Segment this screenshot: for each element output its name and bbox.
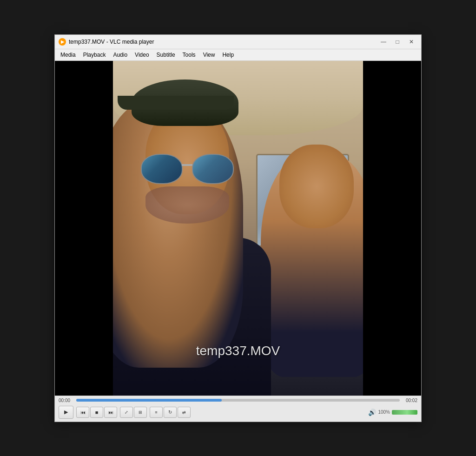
titlebar: ▶ temp337.MOV - VLC media player — □ ✕: [55, 35, 421, 49]
vlc-window: ▶ temp337.MOV - VLC media player — □ ✕ M…: [54, 34, 422, 422]
volume-fill: [392, 410, 417, 415]
playlist-button[interactable]: ≡: [150, 407, 163, 418]
volume-section: 🔊 100%: [368, 409, 417, 416]
menu-subtitle[interactable]: Subtitle: [153, 50, 179, 59]
window-controls: — □ ✕: [377, 38, 417, 46]
transport-controls: ⏮ ■ ⏭: [76, 407, 117, 418]
window-title: temp337.MOV - VLC media player: [69, 39, 154, 45]
play-button[interactable]: ▶: [59, 406, 73, 419]
menu-view[interactable]: View: [199, 50, 219, 59]
volume-label: 100%: [378, 410, 390, 415]
letterbox-right: [363, 61, 421, 396]
person2-head: [279, 145, 354, 228]
menu-video[interactable]: Video: [131, 50, 152, 59]
titlebar-left: ▶ temp337.MOV - VLC media player: [59, 38, 154, 46]
time-current: 00:00: [59, 398, 73, 403]
progress-bar[interactable]: [76, 399, 400, 402]
vlc-logo-icon: ▶: [59, 38, 66, 46]
sunglass-left-lens: [141, 154, 183, 184]
loop-button[interactable]: ↻: [164, 407, 177, 418]
random-button[interactable]: ⇄: [178, 407, 191, 418]
next-button[interactable]: ⏭: [104, 407, 117, 418]
video-content[interactable]: temp337.MOV: [113, 61, 363, 396]
playlist-controls: ≡ ↻ ⇄: [150, 407, 191, 418]
letterbox-left: [55, 61, 113, 396]
menubar: Media Playback Audio Video Subtitle Tool…: [55, 49, 421, 61]
sunglass-right-lens: [192, 154, 234, 184]
fullscreen-button[interactable]: ⤢: [120, 407, 133, 418]
volume-icon: 🔊: [368, 409, 376, 416]
sunglass-bridge: [182, 164, 193, 166]
close-button[interactable]: ✕: [405, 38, 417, 46]
menu-audio[interactable]: Audio: [109, 50, 131, 59]
menu-media[interactable]: Media: [57, 50, 79, 59]
sunglasses: [141, 154, 234, 186]
video-frame: temp337.MOV: [113, 61, 363, 396]
controls-bar: 00:00 00:02 ▶ ⏮ ■ ⏭ ⤢ ⊞: [55, 396, 421, 422]
menu-tools[interactable]: Tools: [179, 50, 199, 59]
playback-row: ▶ ⏮ ■ ⏭ ⤢ ⊞ ≡ ↻ ⇄: [59, 405, 417, 420]
maximize-button[interactable]: □: [391, 38, 403, 46]
menu-playback[interactable]: Playback: [79, 50, 110, 59]
minimize-button[interactable]: —: [377, 38, 390, 46]
hat-brim: [118, 96, 234, 110]
stubble: [145, 186, 229, 224]
progress-fill: [76, 399, 222, 402]
time-total: 00:02: [403, 398, 417, 403]
video-watermark: temp337.MOV: [196, 344, 280, 358]
extended-button[interactable]: ⊞: [134, 407, 147, 418]
playback-left: ▶ ⏮ ■ ⏭ ⤢ ⊞ ≡ ↻ ⇄: [59, 406, 191, 419]
timeline-row: 00:00 00:02: [59, 398, 417, 403]
view-controls: ⤢ ⊞: [120, 407, 147, 418]
menu-help[interactable]: Help: [218, 50, 238, 59]
prev-button[interactable]: ⏮: [76, 407, 89, 418]
video-area[interactable]: temp337.MOV: [55, 61, 421, 396]
stop-button[interactable]: ■: [90, 407, 103, 418]
volume-bar[interactable]: [392, 410, 417, 415]
